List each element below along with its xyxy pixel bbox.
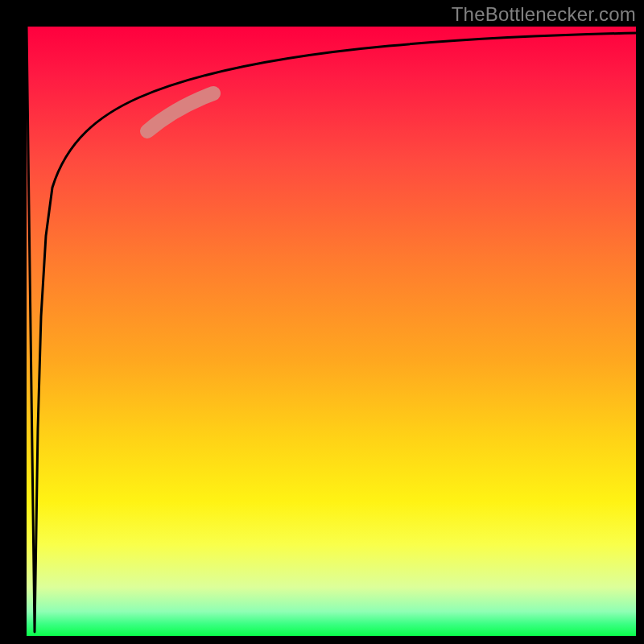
attribution-label: TheBottlenecker.com <box>452 3 636 26</box>
highlight-segment <box>147 93 213 131</box>
bottleneck-curve <box>27 27 636 632</box>
chart-frame: TheBottlenecker.com <box>0 0 644 644</box>
plot-area <box>27 27 636 636</box>
curve-layer <box>27 27 636 636</box>
